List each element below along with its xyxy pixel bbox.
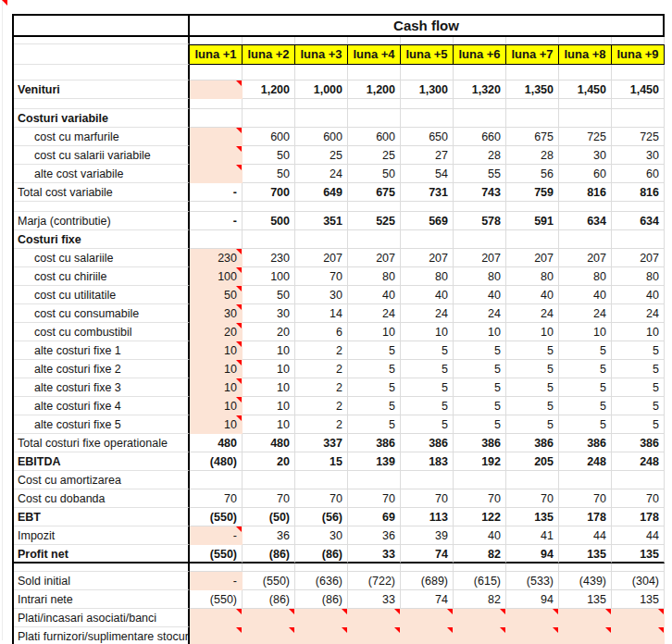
cell[interactable]: 20 (243, 323, 295, 341)
cell[interactable]: 5 (348, 341, 401, 360)
cell[interactable] (401, 627, 454, 644)
cell[interactable]: 675 (506, 128, 559, 146)
row-label[interactable]: cost cu consumabile (14, 304, 190, 323)
cell[interactable]: 24 (612, 304, 665, 323)
cell[interactable]: 207 (559, 249, 612, 267)
cell[interactable] (190, 609, 243, 627)
cell[interactable]: 600 (295, 128, 348, 146)
column-header-luna-4[interactable]: luna +4 (348, 44, 401, 65)
cell[interactable]: 50 (190, 286, 243, 304)
cell[interactable]: 80 (506, 267, 559, 286)
cell[interactable]: 70 (190, 489, 243, 508)
cell[interactable]: 24 (295, 165, 348, 183)
cell[interactable]: 1,300 (401, 80, 454, 99)
column-header-luna-2[interactable]: luna +2 (243, 44, 295, 65)
cell[interactable]: 650 (401, 128, 454, 146)
empty-cell[interactable] (559, 202, 612, 212)
row-label[interactable]: Total costuri fixe operationale (14, 434, 190, 452)
empty-cell[interactable] (506, 65, 559, 80)
cell[interactable] (243, 627, 295, 644)
empty-cell[interactable] (454, 65, 506, 80)
cell[interactable]: 10 (559, 323, 612, 341)
cell[interactable]: 70 (295, 489, 348, 508)
cell[interactable]: 50 (243, 286, 295, 304)
cell[interactable]: 634 (559, 212, 612, 230)
cell[interactable] (401, 230, 454, 249)
cell[interactable]: 70 (348, 489, 401, 508)
cell[interactable]: 183 (401, 452, 454, 471)
cell[interactable]: 80 (348, 267, 401, 286)
cell[interactable]: 5 (401, 378, 454, 397)
cell[interactable]: 135 (559, 545, 612, 564)
cell[interactable]: 207 (612, 249, 665, 267)
cell[interactable]: 5 (348, 397, 401, 415)
cell[interactable]: 30 (559, 146, 612, 165)
cell[interactable] (190, 109, 243, 128)
cell[interactable]: 500 (243, 212, 295, 230)
cell[interactable]: 816 (612, 183, 665, 202)
cell[interactable]: 5 (454, 415, 506, 434)
cell[interactable]: 10 (401, 323, 454, 341)
cell[interactable]: 10 (190, 360, 243, 378)
cell[interactable]: 386 (559, 434, 612, 452)
cell[interactable]: 591 (506, 212, 559, 230)
cell[interactable]: 5 (454, 341, 506, 360)
cell[interactable] (190, 146, 243, 165)
cell[interactable] (348, 471, 401, 489)
empty-cell[interactable] (243, 564, 295, 572)
row-label[interactable]: EBT (14, 508, 190, 526)
cell[interactable] (506, 471, 559, 489)
cell[interactable]: 70 (454, 489, 506, 508)
cell[interactable] (506, 627, 559, 644)
empty-cell[interactable] (401, 99, 454, 109)
cell[interactable]: 675 (348, 183, 401, 202)
cell[interactable]: 135 (612, 590, 665, 609)
cell[interactable]: 41 (506, 526, 559, 545)
cell[interactable]: 82 (454, 590, 506, 609)
column-header-luna-6[interactable]: luna +6 (454, 44, 506, 65)
empty-cell[interactable] (506, 37, 559, 44)
cell[interactable]: 56 (506, 165, 559, 183)
row-label[interactable]: Costuri variabile (14, 109, 190, 128)
row-label[interactable]: Total cost variabile (14, 183, 190, 202)
cell[interactable]: 5 (506, 378, 559, 397)
cell[interactable]: 40 (612, 286, 665, 304)
cell[interactable]: 24 (401, 304, 454, 323)
cell[interactable]: 480 (190, 434, 243, 452)
cell[interactable] (612, 109, 665, 128)
cell[interactable]: 248 (559, 452, 612, 471)
empty-cell[interactable] (295, 65, 348, 80)
cell[interactable]: 10 (348, 323, 401, 341)
cell[interactable]: 30 (243, 304, 295, 323)
empty-cell[interactable] (559, 99, 612, 109)
cell[interactable]: 40 (506, 286, 559, 304)
cell[interactable] (559, 230, 612, 249)
cell[interactable] (454, 627, 506, 644)
cell[interactable]: 205 (506, 452, 559, 471)
row-label[interactable]: alte costuri fixe 5 (14, 415, 190, 434)
cell[interactable]: 5 (612, 341, 665, 360)
cell[interactable]: 5 (454, 360, 506, 378)
empty-cell[interactable] (612, 37, 665, 44)
empty-cell[interactable] (14, 99, 190, 109)
empty-cell[interactable] (612, 564, 665, 572)
row-label[interactable]: Intrari nete (14, 590, 190, 609)
cell[interactable]: 230 (190, 249, 243, 267)
cell[interactable]: (722) (348, 572, 401, 590)
row-label[interactable]: cost cu salarii variabile (14, 146, 190, 165)
row-label[interactable]: Marja (contributie) (14, 212, 190, 230)
cell[interactable]: 5 (612, 397, 665, 415)
empty-cell[interactable] (190, 99, 243, 109)
cell[interactable]: 192 (454, 452, 506, 471)
cell[interactable]: 69 (348, 508, 401, 526)
cell[interactable] (190, 80, 243, 99)
empty-cell[interactable] (348, 65, 401, 80)
cell[interactable]: 80 (401, 267, 454, 286)
cell[interactable]: (550) (190, 545, 243, 564)
cell[interactable]: 80 (454, 267, 506, 286)
cell[interactable]: 600 (348, 128, 401, 146)
cell[interactable]: 10 (243, 415, 295, 434)
cell[interactable]: 386 (454, 434, 506, 452)
row-label[interactable]: Cost cu amortizarea (14, 471, 190, 489)
column-header-luna-8[interactable]: luna +8 (559, 44, 612, 65)
